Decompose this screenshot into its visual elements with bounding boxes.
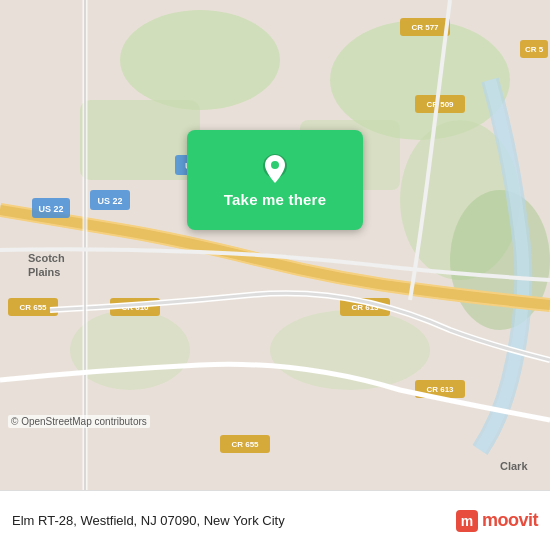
svg-text:Plains: Plains <box>28 266 60 278</box>
moovit-brand-text: moovit <box>482 510 538 531</box>
svg-text:CR 655: CR 655 <box>231 440 259 449</box>
map-container: US 22 US 7 CR 577 CR 509 CR 5 CR 655 CR … <box>0 0 550 490</box>
moovit-logo: m moovit <box>456 510 538 532</box>
svg-point-8 <box>70 310 190 390</box>
take-me-there-button[interactable]: Take me there <box>187 130 363 230</box>
svg-text:US 22: US 22 <box>38 204 63 214</box>
svg-point-1 <box>120 10 280 110</box>
svg-text:Scotch: Scotch <box>28 252 65 264</box>
svg-text:US 22: US 22 <box>97 196 122 206</box>
location-pin-icon <box>259 153 291 185</box>
button-label: Take me there <box>224 191 326 208</box>
address-text: Elm RT-28, Westfield, NJ 07090, New York… <box>12 513 456 528</box>
svg-text:CR 613: CR 613 <box>426 385 454 394</box>
svg-text:Clark: Clark <box>500 460 528 472</box>
svg-text:CR 577: CR 577 <box>411 23 439 32</box>
svg-text:CR 5: CR 5 <box>525 45 544 54</box>
openstreetmap-credit: © OpenStreetMap contributors <box>8 415 150 428</box>
moovit-m-icon: m <box>456 510 478 532</box>
svg-point-35 <box>271 161 279 169</box>
svg-text:m: m <box>461 513 473 529</box>
svg-text:CR 509: CR 509 <box>426 100 454 109</box>
svg-text:CR 655: CR 655 <box>19 303 47 312</box>
bottom-bar: Elm RT-28, Westfield, NJ 07090, New York… <box>0 490 550 550</box>
